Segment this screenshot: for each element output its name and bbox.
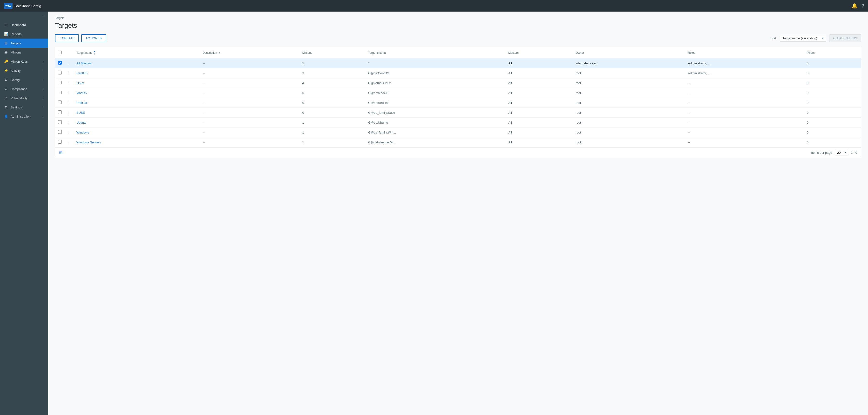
sidebar-collapse-button[interactable]: « [0,11,48,20]
sidebar-item-compliance[interactable]: 🛡 Compliance › [0,84,48,94]
sidebar-item-dashboard[interactable]: ⊞ Dashboard [0,20,48,29]
sidebar-item-config[interactable]: ⚙ Config › [0,75,48,84]
row-name-6[interactable]: SUSE [73,108,199,118]
sidebar-item-left: ⚡ Activity [4,68,21,73]
row-owner-4: root [572,88,685,98]
target-link-5[interactable]: RedHat [76,101,87,105]
row-name-3[interactable]: Linux [73,78,199,88]
target-link-2[interactable]: CentOS [76,71,88,75]
compliance-chevron-icon: › [43,88,44,90]
sidebar-item-administration[interactable]: 👤 Administration › [0,112,48,121]
row-masters-6: All [505,108,572,118]
sidebar-item-minions[interactable]: ◉ Minions [0,48,48,57]
table-row: ⋮ Windows -- 1 G@os_family:Win... All ro… [55,127,861,137]
col-label-target-criteria: Target criteria [368,51,386,55]
row-checkbox-3[interactable] [58,81,62,84]
sidebar-label-targets: Targets [10,41,21,45]
row-menu-4[interactable]: ⋮ [65,88,73,98]
col-header-owner: Owner [572,47,685,58]
sidebar-label-compliance: Compliance [10,87,27,91]
col-header-target-criteria: Target criteria [365,47,505,58]
row-owner-7: root [572,118,685,127]
target-link-8[interactable]: Windows [76,131,89,134]
col-label-pillars: Pillars [807,51,815,55]
per-page-select[interactable]: 102050100 [835,150,848,155]
row-menu-1[interactable]: ⋮ [65,58,73,68]
row-name-9[interactable]: Windows Servers [73,137,199,147]
target-link-4[interactable]: MacOS [76,91,87,95]
row-name-8[interactable]: Windows [73,127,199,137]
row-description-8: -- [199,127,300,137]
page-title: Targets [55,22,861,29]
row-checkbox-5[interactable] [58,100,62,104]
sidebar-label-reports: Reports [10,32,22,36]
row-checkbox-2[interactable] [58,71,62,74]
row-masters-1: All [505,58,572,68]
sidebar-item-left: 🛡 Compliance [4,87,27,91]
row-name-4[interactable]: MacOS [73,88,199,98]
target-link-9[interactable]: Windows Servers [76,140,101,144]
row-checkbox-8[interactable] [58,130,62,134]
col-label-description: Description [203,51,217,55]
sidebar-item-left: 📊 Reports [4,32,22,36]
table-row: ⋮ CentOS -- 3 G@os:CentOS All root Admin… [55,68,861,78]
actions-button[interactable]: ACTIONS ▾ [81,34,106,42]
items-per-page-label: Items per page [811,151,832,155]
row-menu-9[interactable]: ⋮ [65,137,73,147]
row-menu-3[interactable]: ⋮ [65,78,73,88]
row-checkbox-cell [55,127,65,137]
row-menu-6[interactable]: ⋮ [65,108,73,118]
sidebar-item-left: ⚙ Settings [4,105,22,109]
help-icon[interactable]: ? [862,3,864,9]
col-label-minions: Minions [302,51,312,55]
create-button[interactable]: + CREATE [55,34,79,42]
row-name-1[interactable]: All Minions [73,58,199,68]
toolbar-right: Sort: Target name (ascending)Target name… [770,34,861,42]
row-description-7: -- [199,118,300,127]
row-masters-9: All [505,137,572,147]
row-name-7[interactable]: Ubuntu [73,118,199,127]
row-name-2[interactable]: CentOS [73,68,199,78]
row-checkbox-7[interactable] [58,120,62,124]
row-owner-3: root [572,78,685,88]
target-link-6[interactable]: SUSE [76,111,85,115]
row-minions-9: 1 [300,137,365,147]
col-header-target-name[interactable]: Target name▲▼ [73,47,199,58]
sidebar-item-vulnerability[interactable]: ⚠ Vulnerability › [0,94,48,103]
row-checkbox-1[interactable] [58,61,62,65]
sort-select[interactable]: Target name (ascending)Target name (desc… [780,35,826,42]
row-pillars-6: 0 [804,108,861,118]
target-link-7[interactable]: Ubuntu [76,121,87,124]
target-link-1[interactable]: All Minions [76,61,92,65]
row-menu-8[interactable]: ⋮ [65,127,73,137]
row-menu-7[interactable]: ⋮ [65,118,73,127]
row-checkbox-4[interactable] [58,91,62,94]
sidebar-item-reports[interactable]: 📊 Reports [0,29,48,38]
toolbar-left: + CREATE ACTIONS ▾ [55,34,106,42]
select-all-checkbox[interactable] [58,51,62,54]
sort-arrows-target-name[interactable]: ▲▼ [94,50,96,55]
sidebar-item-minion-keys[interactable]: 🔑 Minion Keys › [0,57,48,66]
col-label-roles: Roles [688,51,695,55]
row-checkbox-6[interactable] [58,110,62,114]
row-checkbox-9[interactable] [58,140,62,143]
columns-icon[interactable]: ⊞ [59,150,62,155]
select-all-header [55,47,65,58]
row-name-5[interactable]: RedHat [73,98,199,108]
clear-filters-button[interactable]: CLEAR FILTERS [829,34,861,42]
row-minions-2: 3 [300,68,365,78]
target-link-3[interactable]: Linux [76,81,84,85]
filter-icon-description[interactable]: ▼ [218,51,221,54]
row-menu-5[interactable]: ⋮ [65,98,73,108]
sidebar-item-activity[interactable]: ⚡ Activity › [0,66,48,75]
row-menu-2[interactable]: ⋮ [65,68,73,78]
targets-table: Target name▲▼Description▼MinionsTarget c… [55,47,861,158]
row-pillars-5: 0 [804,98,861,108]
row-criteria-1: * [365,58,505,68]
sidebar-item-targets[interactable]: ⊞ Targets [0,38,48,48]
row-checkbox-cell [55,137,65,147]
col-header-description[interactable]: Description▼ [199,47,300,58]
sidebar-item-settings[interactable]: ⚙ Settings › [0,103,48,112]
row-description-5: -- [199,98,300,108]
notification-icon[interactable]: 🔔 [851,3,858,9]
